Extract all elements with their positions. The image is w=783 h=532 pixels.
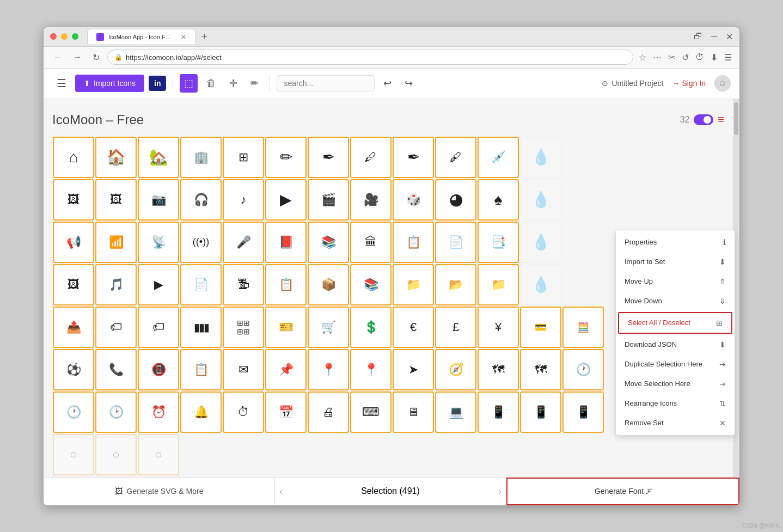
tab-close-button[interactable]: ✕ [180,33,187,41]
icon-map4[interactable]: 🗺 [520,349,561,390]
edit-tool-button[interactable]: ✏ [246,74,263,93]
icon-folder-add[interactable]: 📁 [478,264,519,305]
icon-home3[interactable]: 🏡 [138,137,179,178]
settings-button[interactable]: ☰ [723,51,733,64]
back-button[interactable]: ← [50,50,65,64]
icon-clipboard[interactable]: 📋 [393,222,434,263]
cut-button[interactable]: ✂ [667,51,676,64]
icon-location2[interactable]: 📍 [350,349,392,390]
icon-calendar[interactable]: 📅 [265,392,307,433]
icon-megaphone[interactable]: 📢 [53,222,94,263]
icomoon-library-button[interactable]: in [149,76,166,91]
icon-building[interactable]: 🏢 [180,137,222,178]
icon-tags[interactable]: 🏷 [138,307,179,348]
icon-pacman[interactable]: ◕ [435,179,476,221]
scroll-thumb[interactable] [734,102,738,135]
import-icons-button[interactable]: ⬆ Import Icons [75,75,144,92]
set-toggle[interactable] [694,114,713,125]
download-button[interactable]: ⬇ [709,51,719,64]
icon-map2[interactable]: 🧭 [435,349,476,390]
icon-book[interactable]: 📕 [265,222,307,263]
icon-pencil[interactable]: ✏ [265,137,307,178]
minimize-button[interactable] [61,33,68,40]
icon-pen[interactable]: ✒ [308,137,349,178]
new-tab-button[interactable]: + [198,30,211,44]
icon-qrcode[interactable]: ⊞⊞⊞⊞ [223,307,264,348]
user-avatar[interactable]: ☺ [714,75,731,91]
icon-display[interactable]: 🖥 [393,392,434,433]
redo-button[interactable]: ↪ [400,74,417,93]
icon-phone-hang[interactable]: 📵 [138,349,179,390]
select-tool-button[interactable]: ⬚ [180,74,198,93]
icon-library[interactable]: 🏛 [350,222,392,263]
sign-in-button[interactable]: → Sign In [672,79,706,88]
icon-bell[interactable]: 🔔 [180,392,222,433]
icon-mic[interactable]: 🎤 [223,222,264,263]
icon-extra1[interactable]: ○ [53,434,94,475]
icon-ticket[interactable]: 🎫 [265,307,307,348]
reload-button[interactable]: ↻ [89,50,103,65]
icon-printer[interactable]: 🖨 [308,392,349,433]
project-name-display[interactable]: ⊙ Untitled Project [602,79,663,88]
maximize-button[interactable] [72,33,78,40]
more-button[interactable]: ⋯ [652,51,663,64]
icon-file-img[interactable]: 🖼 [53,264,94,305]
icon-doc2[interactable]: 📑 [478,222,519,263]
icon-cart[interactable]: 🛒 [308,307,349,348]
icon-pound[interactable]: £ [435,307,476,348]
hamburger-menu-button[interactable]: ☰ [52,75,71,92]
menu-item-move-down[interactable]: Move Down ⇓ [616,291,735,311]
icon-image2[interactable]: 🖼 [95,179,137,221]
forward-button[interactable]: → [70,50,85,64]
icon-video-camera[interactable]: 🎥 [350,179,392,221]
icon-clock2[interactable]: 🕑 [95,392,137,433]
icon-image1[interactable]: 🖼 [53,179,94,221]
bookmark-button[interactable]: ☆ [638,51,647,64]
icon-envelop[interactable]: ✉ [223,349,264,390]
icon-extra2[interactable]: ○ [95,434,137,475]
icon-stopwatch[interactable]: ⏱ [223,392,264,433]
icon-spade[interactable]: ♠ [478,179,519,221]
icon-mobile[interactable]: 📱 [478,392,519,433]
window-close-button[interactable]: ✕ [726,32,733,42]
icon-file-play[interactable]: ▶ [138,264,179,305]
icon-keyboard[interactable]: ⌨ [350,392,392,433]
window-minimize-button[interactable]: ─ [711,32,717,42]
icon-podcast[interactable]: ((•)) [180,222,222,263]
selection-left-arrow[interactable]: ‹ [279,486,283,497]
icon-mobile2[interactable]: 📱 [562,392,604,433]
icon-alarm[interactable]: ⏰ [138,392,179,433]
icon-euro[interactable]: € [393,307,434,348]
icon-file-doc[interactable]: 📄 [180,264,222,305]
icon-file-zip[interactable]: 🗜 [223,264,264,305]
close-button[interactable] [50,33,57,40]
icon-calc[interactable]: 🧮 [562,307,604,348]
icon-location[interactable]: 📍 [308,349,349,390]
icon-doc[interactable]: 📄 [435,222,476,263]
icon-clock[interactable]: 🕐 [53,392,94,433]
selection-right-arrow[interactable]: › [498,486,501,497]
icon-stack[interactable]: 📚 [350,264,392,305]
generate-font-button[interactable]: Generate Font 𝓕 [506,478,739,505]
icon-folder-open[interactable]: 📂 [435,264,476,305]
icon-history[interactable]: 🕐 [562,349,604,390]
icon-extra3[interactable]: ○ [138,434,179,475]
icon-map3[interactable]: 🗺 [478,349,519,390]
icon-tag[interactable]: 🏷 [95,307,137,348]
menu-item-move-selection[interactable]: Move Selection Here ⇥ [616,374,735,394]
icon-yen[interactable]: ¥ [478,307,519,348]
undo-button[interactable]: ↩ [379,74,396,93]
history-button[interactable]: ↺ [681,51,690,64]
icon-pushpin[interactable]: 📌 [265,349,307,390]
move-tool-button[interactable]: ✛ [225,74,242,93]
icon-dollar[interactable]: 💲 [350,307,392,348]
icon-rss[interactable]: 📡 [138,222,179,263]
icon-feather[interactable]: 🖊 [350,137,392,178]
icon-wifi[interactable]: 📶 [95,222,137,263]
icon-office[interactable]: ⊞ [223,137,264,178]
icon-pen2[interactable]: ✒ [393,137,434,178]
icon-home2[interactable]: 🏠 [95,137,137,178]
icon-film[interactable]: 🎬 [308,179,349,221]
icon-address-book[interactable]: 📋 [180,349,222,390]
restore-button[interactable]: 🗗 [694,32,702,42]
